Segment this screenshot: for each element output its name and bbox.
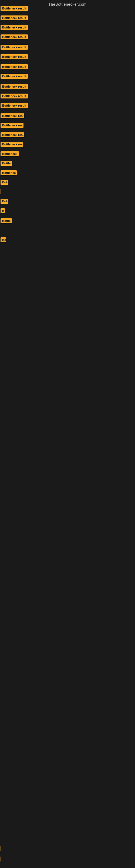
bottleneck-badge-row: Bottle [1,218,12,224]
bottleneck-result-badge: Bottleneck [1,151,19,156]
vertical-line-indicator [1,857,1,862]
bottleneck-result-badge: Bottle [1,218,12,223]
bottleneck-badge-row: Bottleneck result [1,16,28,22]
bottleneck-badge-row: Bottle [1,161,12,167]
bottleneck-result-badge: Bottle [1,161,12,166]
bottleneck-badge-row: Bot [1,180,8,186]
bottleneck-badge-row: Bottleneck result [1,6,28,12]
bottleneck-badge-row: Bottleneck result [1,103,28,109]
bottleneck-badge-row: Bottleneck result [1,94,28,99]
bottleneck-badge-row: Bottleneck result [1,34,28,40]
bottleneck-result-badge: Bot [1,199,8,204]
bottleneck-badge-row: Bottleneck [1,151,19,157]
bottleneck-result-badge: Bottleneck result [1,16,28,20]
bottleneck-badge-row: Bot [1,199,8,205]
bottleneck-badge-row: B [1,208,5,214]
bottleneck-badge-row: Bottleneck res [1,142,23,148]
bottleneck-badge-row: Bo [1,237,6,243]
bottleneck-badge-row: Bottleneck result [1,25,28,31]
bottleneck-result-badge: Bottleneck result [1,103,28,108]
bottleneck-result-badge: Bottleneck res [1,142,23,147]
bottleneck-result-badge: Bottleneck result [1,6,28,11]
bottleneck-result-badge: Bottleneck result [1,64,28,69]
bottleneck-result-badge: B [1,208,5,213]
bottleneck-result-badge: Bottleneck res [1,123,24,128]
bottleneck-result-badge: Bottleneck result [1,34,28,39]
bottleneck-result-badge: Bottleneck result [1,45,28,50]
bottleneck-result-badge: Bottleneck res [1,113,24,118]
bottleneck-result-badge: Bot [1,180,8,185]
vertical-line-indicator [1,846,1,851]
vertical-line-indicator [1,189,1,194]
bottleneck-badge-row: Bottleneck result [1,64,28,70]
bottleneck-result-badge: Bottlenec [1,170,17,175]
bottleneck-badge-row: Bottleneck result [1,74,28,80]
bottleneck-result-badge: Bottleneck result [1,84,28,89]
bottleneck-badge-row: Bottleneck result [1,45,28,51]
bottleneck-badge-row: Bottleneck resu [1,132,24,138]
bottleneck-badge-row: Bottleneck result [1,54,28,60]
bottleneck-badge-row: Bottleneck res [1,113,24,119]
bottleneck-result-badge: Bottleneck result [1,94,28,98]
bottleneck-result-badge: Bottleneck resu [1,132,24,137]
bottleneck-result-badge: Bottleneck result [1,74,28,79]
bottleneck-badge-row: Bottleneck res [1,123,24,129]
bottleneck-result-badge: Bottleneck result [1,25,28,30]
bottleneck-badge-row: Bottlenec [1,170,17,176]
bottleneck-result-badge: Bottleneck result [1,54,28,59]
bottleneck-result-badge: Bo [1,237,6,242]
bottleneck-badge-row: Bottleneck result [1,84,28,90]
